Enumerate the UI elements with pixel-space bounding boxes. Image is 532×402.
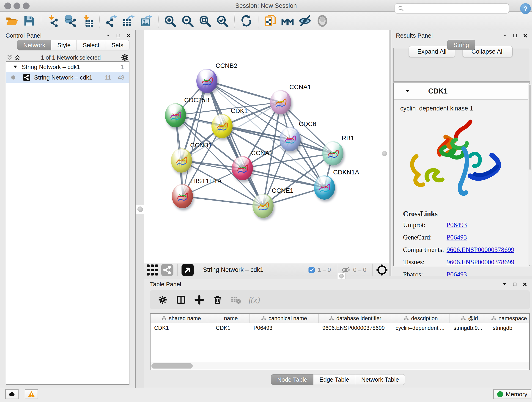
left-panel-divider[interactable] (135, 30, 145, 388)
search-input[interactable] (404, 5, 501, 12)
expand-all-icon[interactable] (13, 54, 21, 61)
delete-column-icon[interactable] (212, 294, 223, 306)
column-header-database-identifier[interactable]: database identifier (319, 314, 392, 323)
tab-style[interactable]: Style (51, 40, 77, 51)
export-table-icon[interactable] (122, 14, 136, 28)
birds-eye-view-icon[interactable] (375, 263, 389, 277)
open-in-window-icon[interactable] (181, 263, 195, 277)
table-panel-close-icon[interactable] (522, 282, 527, 287)
bottom-panel-divider[interactable] (144, 276, 532, 279)
search-field[interactable] (394, 3, 509, 13)
network-node-ccna1[interactable] (270, 90, 291, 114)
network-edge[interactable] (207, 81, 281, 102)
column-header--id[interactable]: @id (450, 314, 489, 323)
column-header-description[interactable]: description (392, 314, 450, 323)
table-cell[interactable]: CDK1 (151, 323, 212, 332)
import-table-file-icon[interactable] (81, 14, 95, 28)
table-horizontal-scrollbar[interactable] (151, 362, 529, 370)
zoom-fit-icon[interactable] (198, 14, 212, 28)
help-button[interactable]: ? (520, 3, 531, 14)
network-node-cdc25b[interactable] (165, 103, 186, 128)
bottom-divider-handle-icon[interactable] (337, 273, 346, 279)
open-session-icon[interactable] (5, 14, 19, 28)
control-panel-collapse-icon[interactable] (106, 33, 111, 38)
results-panel-collapse-icon[interactable] (503, 33, 508, 38)
control-panel-float-icon[interactable] (116, 33, 121, 38)
table-row[interactable]: CDK1CDK1P064939606.ENSP00000378699cyclin… (151, 323, 529, 332)
column-header-name[interactable]: name (212, 314, 250, 323)
control-panel-close-icon[interactable] (126, 33, 131, 38)
network-edge[interactable] (182, 196, 263, 206)
results-panel-float-icon[interactable] (513, 33, 518, 38)
settings-gear-icon[interactable] (157, 294, 168, 306)
network-options-gear-icon[interactable] (120, 53, 129, 62)
selected-checkbox-icon[interactable] (308, 267, 315, 273)
tab-edge-table[interactable]: Edge Table (313, 374, 355, 385)
table-cell[interactable]: CDK1 (212, 323, 250, 332)
results-panel-close-icon[interactable] (523, 33, 528, 38)
add-column-icon[interactable] (194, 294, 205, 306)
grid-view-icon[interactable] (144, 263, 160, 277)
tab-network[interactable]: Network (17, 40, 51, 51)
network-edge[interactable] (207, 81, 263, 206)
export-image-icon[interactable] (139, 14, 153, 28)
table-cell[interactable]: stringdb (489, 323, 529, 332)
crosslink-link[interactable]: P06493 (447, 221, 467, 229)
network-node-cdkn1a[interactable] (314, 175, 335, 200)
zoom-in-icon[interactable] (163, 14, 177, 28)
table-panel-collapse-icon[interactable] (502, 282, 507, 287)
save-session-icon[interactable] (22, 14, 36, 28)
network-node-ccne1[interactable] (253, 194, 273, 218)
export-network-icon[interactable] (104, 14, 119, 28)
crosslink-link[interactable]: P06493 (447, 234, 467, 241)
right-divider-handle-icon[interactable] (380, 149, 389, 158)
tab-string[interactable]: String (447, 40, 475, 50)
tree-expander-icon[interactable] (13, 65, 18, 69)
tab-network-table[interactable]: Network Table (355, 374, 405, 385)
network-node-cdc6[interactable] (279, 127, 301, 151)
column-header-canonical-name[interactable]: canonical name (250, 314, 319, 323)
tab-sets[interactable]: Sets (105, 40, 129, 51)
columns-icon[interactable] (175, 294, 187, 306)
left-divider-handle-icon[interactable] (136, 205, 145, 214)
first-neighbors-icon[interactable] (280, 14, 295, 28)
network-canvas[interactable]: CCNB2 CCNA1 CDC25B CDK1 CDC6 RB1 CCNB1 C… (144, 30, 389, 263)
table-cell[interactable]: stringdb:9... (450, 323, 489, 332)
crosslink-link[interactable]: 9606.ENSP00000378699 (447, 258, 514, 266)
cloud-status-button[interactable] (5, 389, 19, 399)
zoom-out-icon[interactable] (181, 14, 195, 28)
import-network-file-icon[interactable] (46, 14, 60, 28)
results-scrollbar[interactable] (528, 84, 532, 265)
tab-select[interactable]: Select (77, 40, 105, 51)
network-node-ccnb2[interactable] (196, 69, 217, 93)
network-node-cdk1[interactable] (211, 114, 233, 138)
zoom-selected-icon[interactable] (215, 14, 230, 28)
network-node-ccna2[interactable] (232, 156, 253, 180)
network-node-rb1[interactable] (322, 141, 343, 166)
column-header-namespace[interactable]: namespace (489, 314, 529, 323)
table-cell[interactable]: cyclin–dependent ... (392, 323, 450, 332)
hidden-eye-icon[interactable] (341, 267, 350, 274)
collapse-all-icon[interactable] (6, 54, 13, 61)
refresh-network-icon[interactable] (239, 14, 253, 28)
clone-network-icon[interactable] (263, 14, 277, 28)
network-list-item[interactable]: String Network – cdk1 11 48 (6, 72, 129, 83)
memory-button[interactable]: Memory (493, 389, 531, 399)
table-scrollbar-thumb[interactable] (152, 363, 193, 369)
network-node-hist1h1a[interactable] (172, 184, 193, 208)
hide-selected-icon[interactable] (298, 14, 312, 28)
protein-entry-header[interactable]: CDK1 (394, 83, 530, 100)
show-all-icon[interactable] (315, 14, 329, 28)
network-list-item[interactable]: String Network – cdk1 1 (6, 62, 129, 72)
table-cell[interactable]: P06493 (250, 323, 319, 332)
tab-node-table[interactable]: Node Table (271, 374, 313, 385)
table-cell[interactable]: 9606.ENSP00000378699 (319, 323, 392, 332)
table-panel-float-icon[interactable] (512, 282, 517, 287)
network-node-ccnb1[interactable] (171, 148, 192, 172)
crosslink-link[interactable]: 9606.ENSP00000378699 (447, 246, 514, 254)
warning-status-button[interactable] (25, 389, 38, 399)
import-network-database-icon[interactable] (63, 14, 77, 28)
column-header-shared-name[interactable]: shared name (151, 314, 212, 323)
results-scrollbar-thumb[interactable] (529, 85, 531, 170)
network-badge-icon[interactable] (160, 263, 174, 277)
